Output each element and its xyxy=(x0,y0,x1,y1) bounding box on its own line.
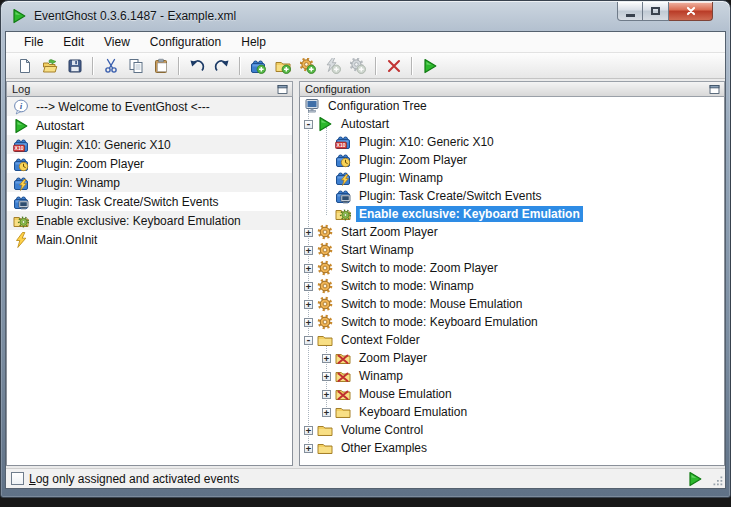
tree-item[interactable]: +Other Examples xyxy=(300,439,724,457)
add-plugin-button[interactable] xyxy=(246,55,269,77)
expand-toggle[interactable]: + xyxy=(304,426,313,435)
toolbar-separator xyxy=(239,57,240,75)
open-button[interactable] xyxy=(38,55,61,77)
log-entry[interactable]: Plugin: Winamp xyxy=(7,173,292,192)
close-icon xyxy=(684,4,698,18)
expand-toggle[interactable]: + xyxy=(304,246,313,255)
log-entry[interactable]: Plugin: Zoom Player xyxy=(7,154,292,173)
folder-x-icon xyxy=(335,350,351,366)
tree-item[interactable]: +Switch to mode: Zoom Player xyxy=(300,259,724,277)
tree-item-label: Start Winamp xyxy=(338,242,417,258)
close-button[interactable] xyxy=(669,2,713,21)
window-controls xyxy=(617,2,713,21)
window-title: EventGhost 0.3.6.1487 - Example.xml xyxy=(34,9,236,23)
tree-item-label: Configuration Tree xyxy=(325,98,430,114)
tree-item[interactable]: Plugin: Winamp xyxy=(300,169,724,187)
log-entry[interactable]: Plugin: X10: Generic X10 xyxy=(7,135,292,154)
log-panel-title: Log xyxy=(12,83,276,95)
tree-item[interactable]: +Switch to mode: Keyboard Emulation xyxy=(300,313,724,331)
titlebar[interactable]: EventGhost 0.3.6.1487 - Example.xml xyxy=(1,1,730,31)
log-entry[interactable]: Plugin: Task Create/Switch Events xyxy=(7,192,292,211)
maximize-pane-icon[interactable] xyxy=(276,83,289,96)
toolbar-separator xyxy=(178,57,179,75)
expand-toggle[interactable]: + xyxy=(304,318,313,327)
log-entry[interactable]: ---> Welcome to EventGhost <--- xyxy=(7,97,292,116)
resize-grip[interactable] xyxy=(710,473,724,487)
gear-icon xyxy=(317,242,333,258)
new-button[interactable] xyxy=(13,55,36,77)
tree-item-label: Switch to mode: Winamp xyxy=(338,278,477,294)
log-entry-text: Main.OnInit xyxy=(36,233,97,247)
tree-item[interactable]: +Switch to mode: Mouse Emulation xyxy=(300,295,724,313)
app-icon xyxy=(11,8,27,24)
workspace: Log ---> Welcome to EventGhost <--- Auto… xyxy=(6,81,725,466)
tree-item[interactable]: Configuration Tree xyxy=(300,97,724,115)
expand-toggle[interactable]: + xyxy=(304,282,313,291)
tree-item[interactable]: Plugin: Zoom Player xyxy=(300,151,724,169)
redo-button[interactable] xyxy=(210,55,233,77)
expand-toggle[interactable]: + xyxy=(322,372,331,381)
delete-button[interactable] xyxy=(382,55,405,77)
expand-toggle[interactable]: + xyxy=(322,354,331,363)
log-panel-header: Log xyxy=(6,81,293,97)
execute-button[interactable] xyxy=(418,55,441,77)
tree-item[interactable]: +Keyboard Emulation xyxy=(300,403,724,421)
tree-item[interactable]: -Context Folder xyxy=(300,331,724,349)
menu-help[interactable]: Help xyxy=(231,33,276,51)
minimize-button[interactable] xyxy=(617,2,643,21)
expand-toggle[interactable]: + xyxy=(304,228,313,237)
log-entry[interactable]: Main.OnInit xyxy=(7,230,292,249)
tree-item[interactable]: +Mouse Emulation xyxy=(300,385,724,403)
folder-gear-icon xyxy=(335,206,351,222)
menu-view[interactable]: View xyxy=(94,33,140,51)
log-entry[interactable]: Enable exclusive: Keyboard Emulation xyxy=(7,211,292,230)
copy-button[interactable] xyxy=(124,55,147,77)
add-event-button xyxy=(321,55,344,77)
undo-button[interactable] xyxy=(185,55,208,77)
tree-item-label: Switch to mode: Zoom Player xyxy=(338,260,501,276)
tree-item-label: Context Folder xyxy=(338,332,423,348)
play-icon xyxy=(317,116,333,132)
plugin-icon xyxy=(335,134,351,150)
toolbar-separator xyxy=(375,57,376,75)
maximize-button[interactable] xyxy=(643,2,669,21)
lightning-icon xyxy=(13,232,29,248)
log-entry-text: Plugin: Winamp xyxy=(36,176,120,190)
expand-toggle[interactable]: + xyxy=(304,264,313,273)
app-window: EventGhost 0.3.6.1487 - Example.xml File… xyxy=(0,0,731,498)
tree-item-selected[interactable]: Enable exclusive: Keyboard Emulation xyxy=(300,205,724,223)
tree-item[interactable]: -Autostart xyxy=(300,115,724,133)
paste-button[interactable] xyxy=(149,55,172,77)
tree-item[interactable]: +Start Winamp xyxy=(300,241,724,259)
menu-file[interactable]: File xyxy=(14,33,53,51)
expand-toggle[interactable]: + xyxy=(322,390,331,399)
tree-item[interactable]: +Zoom Player xyxy=(300,349,724,367)
tree-item[interactable]: +Start Zoom Player xyxy=(300,223,724,241)
expand-toggle[interactable]: + xyxy=(304,444,313,453)
tree-item-label: Plugin: Zoom Player xyxy=(356,152,470,168)
expand-toggle[interactable]: + xyxy=(322,408,331,417)
add-folder-button[interactable] xyxy=(271,55,294,77)
collapse-toggle[interactable]: - xyxy=(304,336,313,345)
tree-item-label: Mouse Emulation xyxy=(356,386,455,402)
menu-edit[interactable]: Edit xyxy=(53,33,94,51)
log-entry[interactable]: Autostart xyxy=(7,116,292,135)
cut-button[interactable] xyxy=(99,55,122,77)
tree-item[interactable]: +Volume Control xyxy=(300,421,724,439)
tree-item[interactable]: Plugin: Task Create/Switch Events xyxy=(300,187,724,205)
tree-item-label: Keyboard Emulation xyxy=(356,404,470,420)
add-macro-button[interactable] xyxy=(296,55,319,77)
expand-toggle[interactable]: + xyxy=(304,300,313,309)
save-button[interactable] xyxy=(63,55,86,77)
toolbar-separator xyxy=(411,57,412,75)
execute-icon[interactable] xyxy=(687,471,703,487)
log-filter-checkbox[interactable] xyxy=(11,472,24,485)
maximize-pane-icon[interactable] xyxy=(708,83,721,96)
tree-item[interactable]: Plugin: X10: Generic X10 xyxy=(300,133,724,151)
tree-item-label: Switch to mode: Keyboard Emulation xyxy=(338,314,541,330)
log-entry-text: ---> Welcome to EventGhost <--- xyxy=(36,100,210,114)
menu-configuration[interactable]: Configuration xyxy=(140,33,231,51)
tree-item[interactable]: +Winamp xyxy=(300,367,724,385)
tree-item[interactable]: +Switch to mode: Winamp xyxy=(300,277,724,295)
collapse-toggle[interactable]: - xyxy=(304,120,313,129)
